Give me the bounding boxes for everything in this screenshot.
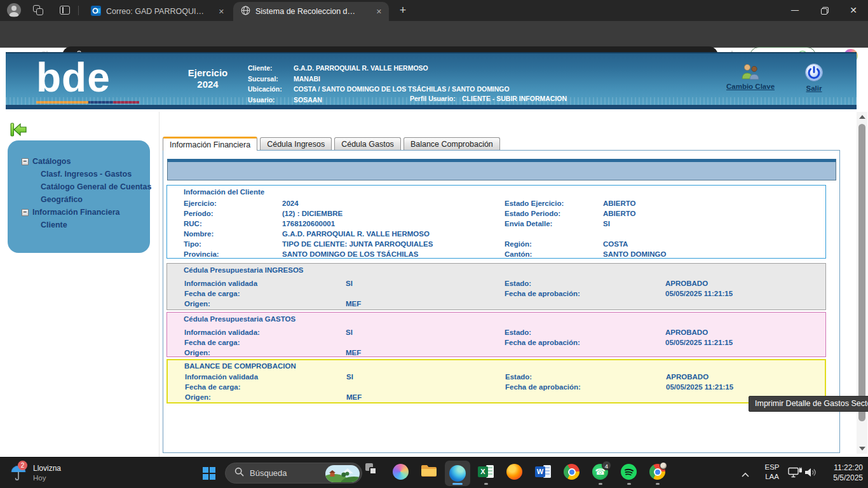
person-icon <box>7 3 21 17</box>
whatsapp-badge: 4 <box>602 461 611 470</box>
tray-chevron-icon[interactable] <box>741 469 750 480</box>
start-button[interactable] <box>198 463 220 484</box>
task-view-button[interactable] <box>363 461 381 485</box>
scrollbar-up-button[interactable] <box>857 112 867 122</box>
search-highlight-image[interactable] <box>325 465 360 482</box>
firefox-button[interactable] <box>506 461 524 485</box>
browser-tab-sistema[interactable]: Sistema de Recoleccion de Inform ✕ <box>233 2 389 21</box>
field-label <box>505 229 603 239</box>
sidebar-item-label[interactable]: Catálogos <box>32 157 71 166</box>
tab-content-panel: Información del Cliente Ejercicio:2024Es… <box>163 150 840 453</box>
tab-cedula-ingresos[interactable]: Cédula Ingresos <box>260 137 332 150</box>
field-value: APROBADO <box>665 278 825 288</box>
excel-button[interactable]: X <box>477 461 495 485</box>
field-label: Ejercicio: <box>184 198 282 208</box>
field-label: Envia Detalle: <box>505 219 603 229</box>
cambio-clave-label[interactable]: Cambio Clave <box>726 83 775 90</box>
field-value: 1768120600001 <box>282 219 505 229</box>
field-label <box>505 392 666 402</box>
field-label <box>505 299 665 309</box>
field-value <box>603 229 825 239</box>
network-icon[interactable] <box>788 467 803 481</box>
language-top: ESP <box>760 463 784 472</box>
sidebar-item-cliente[interactable]: Cliente <box>8 219 150 231</box>
collapse-node-icon[interactable]: − <box>22 158 29 165</box>
section-title: BALANCE DE COMPROBACION <box>184 362 825 371</box>
salir-link[interactable]: Salir <box>795 63 833 92</box>
volume-icon[interactable] <box>804 468 817 480</box>
taskbar-search-input[interactable]: Búsqueda <box>225 463 362 484</box>
spotify-icon <box>621 464 637 480</box>
chrome-profile-button[interactable] <box>649 461 667 485</box>
tab-cedula-gastos[interactable]: Cédula Gastos <box>334 137 401 150</box>
sidebar-item-informacion-financiera[interactable]: − Información Financiera <box>8 206 150 219</box>
search-icon <box>234 467 244 479</box>
field-label: Información validada <box>184 278 346 288</box>
clock[interactable]: 11:22:20 5/5/2025 <box>821 463 863 483</box>
taskbar: 2 Llovizna Hoy Búsqueda <box>0 457 868 488</box>
scrollbar-down-button[interactable] <box>857 444 867 454</box>
new-tab-button[interactable]: + <box>395 3 410 18</box>
spotify-button[interactable] <box>620 461 638 485</box>
workspaces-icon[interactable] <box>33 5 44 16</box>
section-grid: Información validadaSIEstado:APROBADO Fe… <box>185 372 825 402</box>
field-value: SANTO DOMINGO DE LOS TSÁCHILAS <box>282 249 505 259</box>
field-label: Fecha de carga: <box>185 382 346 392</box>
sidebar-item-label[interactable]: Cliente <box>41 220 67 229</box>
chrome-icon <box>564 464 580 480</box>
field-label: Origen: <box>184 348 346 358</box>
cliente-label: Cliente: <box>248 63 294 74</box>
field-label: Estado: <box>505 372 666 382</box>
window-close-button[interactable]: ✕ <box>839 0 868 20</box>
field-value: SI <box>346 327 505 337</box>
sidebar-item-geografico[interactable]: Geográfico <box>8 193 150 206</box>
browser-profile-avatar[interactable] <box>7 3 21 17</box>
running-indicator <box>627 483 631 485</box>
weather-widget[interactable]: 2 Llovizna Hoy <box>4 459 93 486</box>
section-title: Cédula Presupuestaria GASTOS <box>184 315 825 324</box>
search-placeholder: Búsqueda <box>250 468 287 478</box>
sidebar-item-catalogos[interactable]: − Catálogos <box>8 155 150 168</box>
tab-divider <box>78 6 79 15</box>
sidebar-item-label[interactable]: Catálogo General de Cuentas <box>41 182 151 191</box>
power-icon <box>804 63 824 82</box>
panel-balance-comprobacion: BALANCE DE COMPROBACION Información vali… <box>166 359 826 403</box>
whatsapp-button[interactable]: 4 ☎ <box>592 461 609 485</box>
window-restore-button[interactable] <box>810 0 839 20</box>
field-label: Provincia: <box>184 249 282 259</box>
tab-informacion-financiera[interactable]: Información Financiera <box>163 137 257 151</box>
collapse-node-icon[interactable]: − <box>22 209 29 216</box>
task-view-icon-front <box>369 467 377 475</box>
field-value: G.A.D. PARROQUIAL R. VALLE HERMOSO <box>282 229 505 239</box>
tab-close-icon[interactable]: ✕ <box>376 8 382 16</box>
field-label: Tipo: <box>184 239 282 249</box>
word-button[interactable]: W <box>534 461 552 485</box>
sidebar-item-clasf-ingresos-gastos[interactable]: Clasf. Ingresos - Gastos <box>8 168 150 180</box>
sidebar-item-label[interactable]: Clasf. Ingresos - Gastos <box>41 170 132 179</box>
cambio-clave-link[interactable]: Cambio Clave <box>717 63 783 90</box>
section-title: Cédula Presupuestaria INGRESOS <box>184 266 825 275</box>
windows-logo-icon <box>203 467 215 480</box>
weather-condition: Llovizna <box>33 464 61 473</box>
sidebar-item-label[interactable]: Información Financiera <box>32 208 120 217</box>
vertical-tabs-icon[interactable] <box>60 5 71 16</box>
edge-active-indicator <box>452 483 463 485</box>
edge-button[interactable] <box>445 461 470 486</box>
field-value: APROBADO <box>665 327 825 337</box>
browser-tab-outlook[interactable]: Correo: GAD PARROQUIAL VALLE ✕ <box>83 2 231 21</box>
field-value: COSTA <box>603 239 825 249</box>
language-indicator[interactable]: ESP LAA <box>760 463 784 482</box>
sidebar-item-catalogo-general[interactable]: Catálogo General de Cuentas <box>8 180 150 193</box>
salir-label[interactable]: Salir <box>806 85 822 92</box>
scrollbar-thumb[interactable] <box>858 124 865 421</box>
copilot-taskbar-button[interactable] <box>392 461 410 485</box>
sidebar-item-label[interactable]: Geográfico <box>41 195 83 204</box>
window-minimize-button[interactable]: — <box>780 0 810 20</box>
tab-close-icon[interactable]: ✕ <box>219 8 224 16</box>
collapse-menu-icon[interactable] <box>10 122 27 140</box>
tab-balance-comprobacion[interactable]: Balance Comprobación <box>403 137 500 150</box>
file-explorer-button[interactable] <box>420 461 438 485</box>
chrome-button[interactable] <box>563 461 581 485</box>
weather-alert-badge: 2 <box>18 461 27 470</box>
field-label: Origen: <box>185 392 346 402</box>
